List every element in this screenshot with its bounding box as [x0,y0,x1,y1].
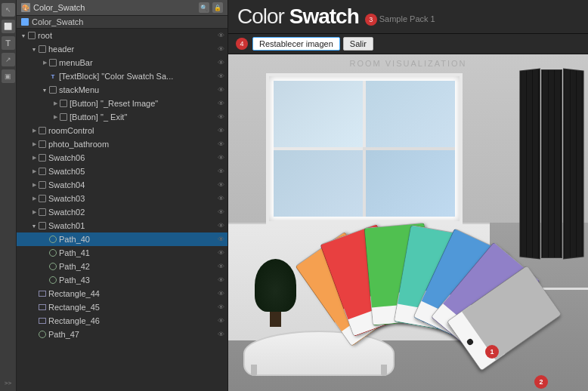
tree-arrow-Swatch04[interactable]: ▶ [30,181,38,189]
exit-button[interactable]: Salir [343,37,373,51]
panel-subtitle: Color_Swatch [32,17,83,26]
panel-lock-btn[interactable]: 🔒 [212,2,223,13]
window-frame [266,73,463,224]
tree-arrow-header[interactable]: ▼ [30,45,38,53]
tree-item-stackMenu[interactable]: ▼stackMenu👁 [17,83,227,97]
tree-item-btn-reset[interactable]: ▶[Button] "_Reset Image"👁 [17,97,227,110]
eye-icon-stackMenu[interactable]: 👁 [215,85,226,95]
window-pane-bl [274,150,363,217]
tree-item-Swatch06[interactable]: ▶Swatch06👁 [17,151,227,165]
tree-arrow-root[interactable]: ▼ [20,32,27,39]
tree-arrow-Swatch01[interactable]: ▼ [30,222,38,229]
tree-item-Rectangle45[interactable]: ▶Rectangle_45👁 [17,300,227,314]
path-icon-Path43 [48,276,57,285]
tree-item-menuBar[interactable]: ▶menuBar👁 [17,56,227,69]
select-tool[interactable]: ⬜ [2,20,15,33]
tree-item-header[interactable]: ▼header👁 [17,42,227,56]
tree-label-Swatch04: Swatch04 [48,180,215,189]
tree-label-Swatch03: Swatch03 [48,194,215,203]
tree-label-btn-exit: [Button] "_ Exit" [70,112,215,122]
group-icon-btn-reset [59,99,68,108]
tree-arrow-Swatch03[interactable]: ▶ [30,195,38,202]
eye-icon-Swatch06[interactable]: 👁 [215,152,226,163]
tree-arrow-stackMenu[interactable]: ▼ [41,86,48,94]
window-pane-tr [366,81,455,147]
tree-item-Path43[interactable]: ▶Path_43👁 [17,273,227,287]
text-tool[interactable]: T [2,36,15,50]
tree-item-photo_bathroom[interactable]: ▶photo_bathroom👁 [17,137,227,151]
tree-label-Rectangle46: Rectangle_46 [48,316,215,325]
eye-icon-Swatch01[interactable]: 👁 [215,220,226,231]
layers-panel: 🎨 Color_Swatch 🔍 🔒 Color_Swatch ▼root👁▼h… [17,0,228,391]
app-title-light: Color [237,5,289,28]
tree-item-Swatch03[interactable]: ▶Swatch03👁 [17,192,227,205]
group-icon-btn-exit [59,112,68,122]
window-pane-br [366,150,455,217]
screen-tool[interactable]: ▣ [2,69,15,83]
eye-icon-Path42[interactable]: 👁 [215,261,226,272]
group-icon-Swatch03 [38,194,47,203]
group-icon-menuBar [48,58,57,67]
panel-subtitlebar: Color_Swatch [17,16,227,29]
tree-item-Rectangle44[interactable]: ▶Rectangle_44👁 [17,287,227,300]
eye-icon-Rectangle46[interactable]: 👁 [215,316,226,326]
eye-icon-btn-reset[interactable]: 👁 [215,98,226,109]
tree-arrow-roomControl[interactable]: ▶ [30,127,38,134]
panel-search-btn[interactable]: 🔍 [199,2,209,13]
eye-icon-photo_bathroom[interactable]: 👁 [215,139,226,149]
eye-icon-btn-exit[interactable]: 👁 [215,112,226,122]
eye-icon-Swatch02[interactable]: 👁 [215,207,226,217]
eye-icon-root[interactable]: 👁 [215,30,226,41]
tree-item-Swatch02[interactable]: ▶Swatch02👁 [17,205,227,219]
eye-icon-Path43[interactable]: 👁 [215,275,226,285]
tree-arrow-btn-exit[interactable]: ▶ [51,113,59,121]
bathtub-leg-l [251,365,257,376]
screen-panel-1 [519,68,540,259]
eye-icon-textblock-cs[interactable]: 👁 [215,71,226,82]
tree-item-Path41[interactable]: ▶Path_41👁 [17,246,227,260]
eye-icon-menuBar[interactable]: 👁 [215,57,226,68]
group-icon-root [27,31,36,40]
tree-arrow-btn-reset[interactable]: ▶ [51,100,59,107]
eye-icon-Swatch05[interactable]: 👁 [215,166,226,177]
tree-arrow-photo_bathroom[interactable]: ▶ [30,140,38,148]
eye-icon-Path40[interactable]: 👁 [215,234,226,245]
app-title: Color Swatch [237,5,359,29]
tree-item-root[interactable]: ▼root👁 [17,29,227,42]
eye-icon-Rectangle44[interactable]: 👁 [215,288,226,299]
eye-icon-roomControl[interactable]: 👁 [215,125,226,136]
eye-icon-Swatch04[interactable]: 👁 [215,180,226,190]
tree-item-roomControl[interactable]: ▶roomControl👁 [17,124,227,137]
main-content: Color Swatch 3Sample Pack 1 4 Restablece… [228,0,588,391]
more-tools[interactable]: >> [2,377,15,388]
tree-arrow-menuBar[interactable]: ▶ [41,59,48,66]
tree-arrow-Swatch02[interactable]: ▶ [30,208,38,216]
tree-item-textblock-cs[interactable]: ▶T[TextBlock] "Color Swatch Sa...👁 [17,69,227,83]
tree-item-Path47[interactable]: ▶Path_47👁 [17,328,227,341]
group-icon-Swatch02 [38,208,47,217]
tree-label-Path42: Path_42 [59,262,215,271]
eye-icon-Path47[interactable]: 👁 [215,329,226,340]
reset-image-button[interactable]: Restablecer imagen [252,37,340,51]
eye-icon-Path41[interactable]: 👁 [215,248,226,258]
arrow-tool[interactable]: ↖ [2,3,15,17]
tree-item-Path42[interactable]: ▶Path_42👁 [17,260,227,273]
tree-item-Swatch05[interactable]: ▶Swatch05👁 [17,165,227,178]
tree-item-Path40[interactable]: ▶Path_40👁 [17,232,227,246]
tree-arrow-Swatch06[interactable]: ▶ [30,154,38,162]
path-icon-Path47 [38,330,47,339]
eye-icon-header[interactable]: 👁 [215,44,226,54]
cursor-tool[interactable]: ↗ [2,53,15,66]
tree-arrow-Swatch05[interactable]: ▶ [30,168,38,175]
tree-label-Path40: Path_40 [59,235,215,244]
color-swatch-fan[interactable] [326,225,478,346]
tree-item-Swatch04[interactable]: ▶Swatch04👁 [17,178,227,192]
tree-item-btn-exit[interactable]: ▶[Button] "_ Exit"👁 [17,110,227,124]
window-panes [274,81,455,217]
eye-icon-Swatch03[interactable]: 👁 [215,193,226,204]
tree-item-Rectangle46[interactable]: ▶Rectangle_46👁 [17,314,227,328]
tree-item-Swatch01[interactable]: ▼Swatch01👁 [17,219,227,232]
tree-label-Path43: Path_43 [59,276,215,285]
eye-icon-Rectangle45[interactable]: 👁 [215,302,226,312]
tree-label-Path41: Path_41 [59,248,215,257]
